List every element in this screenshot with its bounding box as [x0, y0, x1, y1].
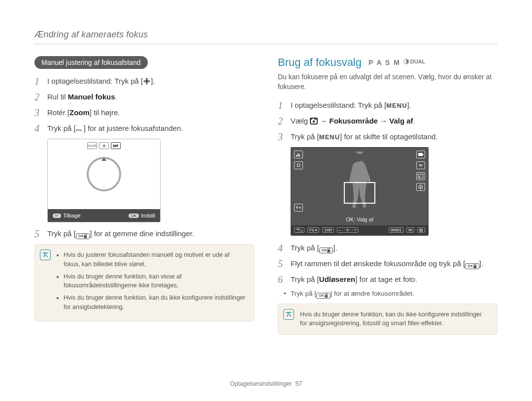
section-title: Brug af fokusvalg P A S M DUAL: [278, 56, 498, 69]
back-button[interactable]: ↩ Tilbage: [53, 213, 81, 218]
page-footer: Optagelsesindstillinger 57: [0, 380, 532, 387]
ok-button[interactable]: OK Indstil: [129, 213, 155, 218]
focus-select-illustration: Iм F OK: Valg af 📷ₚ F2.4 1/60 – · · 0 · …: [291, 147, 429, 236]
step-2: 2 Rul til Manuel fokus.: [34, 92, 254, 102]
ok-grid-icon: OK▦: [76, 233, 90, 239]
mode-indicators: P A S M DUAL: [368, 59, 425, 66]
svg-point-9: [313, 120, 315, 123]
rstep-3: 3 Tryk på [MENU] for at skifte til optag…: [278, 131, 498, 142]
svg-text:/ISO: /ISO: [78, 129, 82, 132]
note-item: Hvis du justerer fokusafstanden manuelt …: [64, 250, 247, 269]
note-icon: [40, 249, 51, 260]
svg-point-2: [146, 82, 147, 84]
menu-label: MENU: [386, 101, 407, 110]
svg-point-3: [144, 81, 146, 82]
rstep-2: 2 Vælg → Fokusområde → Valg af.: [278, 116, 498, 126]
face-icon: [294, 161, 303, 169]
manual-focus-illustration: NOR ✿ MF ↩ Tilbage OK Indstil: [47, 139, 161, 222]
flash-icon: [416, 183, 425, 191]
rstep-4: 4 Tryk på [OK▦].: [278, 243, 498, 253]
step-3: 3 Rotér [Zoom] til højre.: [34, 107, 254, 118]
note-item: Hvis du bruger denne funktion, kan visse…: [64, 272, 247, 291]
svg-rect-10: [296, 155, 297, 156]
mode-icon-nor: NOR: [87, 142, 97, 149]
rstep-5: 5 Flyt rammen til det ønskede fokusområd…: [278, 258, 498, 269]
mode-icon-macro: ✿: [99, 142, 109, 149]
batt-icon: [416, 151, 425, 158]
left-column: Manuel justering af fokusafstand 1 I opt…: [34, 56, 254, 335]
step-4: 4 Tryk på [/ISO] for at justere fokusafs…: [34, 123, 254, 134]
card-icon: IN: [406, 227, 414, 233]
mode-icon-mf: MF: [111, 142, 121, 149]
section-badge: Manuel justering af fokusafstand: [34, 56, 148, 69]
focus-dial: [87, 157, 121, 191]
ok-icon: OK: [129, 214, 139, 218]
svg-rect-15: [423, 154, 424, 155]
section-intro: Du kan fokusere på en udvalgt del af sce…: [278, 72, 498, 92]
svg-rect-8: [312, 119, 314, 120]
note-box: Hvis du bruger denne funktion, kan du ik…: [278, 304, 498, 335]
qual-icon: F: [416, 172, 425, 180]
size-icon: Iм: [416, 161, 425, 169]
ok-hint: OK: Valg af: [346, 216, 373, 222]
step-1: 1 I optagelsestilstand: Tryk på [].: [34, 76, 254, 87]
dual-icon: DUAL: [403, 59, 426, 64]
status-bar: 📷ₚ F2.4 1/60 – · · 0 · · + 00001 IN ▤: [291, 225, 428, 235]
fstop-value: F2.4: [307, 227, 319, 233]
svg-rect-14: [418, 153, 423, 156]
svg-rect-11: [298, 154, 299, 156]
svg-point-4: [148, 81, 150, 82]
page-title: Ændring af kameraets fokus: [34, 30, 498, 40]
svg-point-13: [297, 164, 300, 167]
ok-grid-icon: OK▦: [465, 263, 479, 269]
ok-grid-icon: OK▦: [319, 247, 333, 253]
hist-icon: [294, 151, 303, 158]
svg-text:F: F: [419, 175, 421, 178]
focus-rectangle: [344, 182, 375, 204]
frame-counter: 00001: [389, 227, 403, 233]
camera-icon: [310, 118, 318, 124]
svg-rect-12: [299, 154, 300, 156]
cam-mode-icon: 📷ₚ: [294, 227, 304, 233]
right-column: Brug af fokusvalg P A S M DUAL Du kan fo…: [278, 56, 498, 335]
ok-grid-icon: OK▦: [316, 293, 331, 299]
rstep-1: 1 I optagelsestilstand: Tryk på [MENU].: [278, 100, 498, 111]
sub-bullet: Tryk på [OK▦] for at ændre fokusområdet.: [278, 290, 498, 299]
ev-bar: – · · 0 · · +: [337, 227, 359, 233]
shutter-value: 1/60: [322, 227, 334, 233]
svg-point-1: [146, 78, 147, 80]
header-divider: [34, 44, 498, 44]
stab-icon: [294, 204, 303, 212]
note-box: Hvis du justerer fokusafstanden manuelt …: [34, 244, 254, 321]
flash-iso-icon: /ISO: [76, 127, 84, 134]
note-icon: [283, 309, 294, 320]
step-5: 5 Tryk på [OK▦] for at gemme dine indsti…: [34, 228, 254, 239]
back-icon: ↩: [53, 214, 61, 218]
rstep-6: 6 Tryk på [Udløseren] for at tage et fot…: [278, 274, 498, 285]
flower-icon: [143, 78, 151, 85]
menu-label: MENU: [319, 133, 340, 142]
hist2-icon: ▤: [417, 227, 425, 233]
note-item: Hvis du bruger denne funktion, kan du ik…: [64, 293, 247, 312]
